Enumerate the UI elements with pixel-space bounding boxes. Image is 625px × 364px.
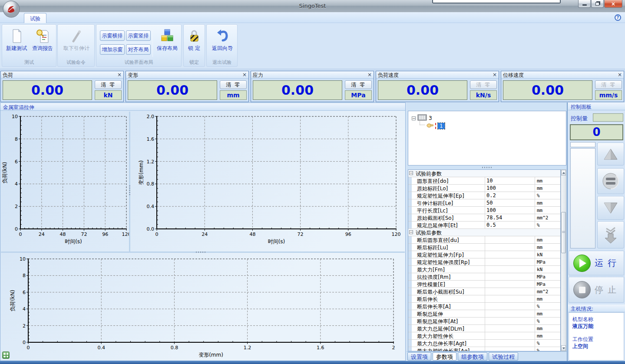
- scroll-up-icon[interactable]: [561, 170, 566, 175]
- run-button[interactable]: 运 行: [569, 251, 624, 275]
- tab-test[interactable]: 试验: [24, 13, 46, 23]
- scroll-thumb[interactable]: [561, 212, 566, 253]
- param-row[interactable]: 断后标距[Lu]mm: [408, 244, 560, 251]
- window-grid-icon[interactable]: [2, 351, 10, 359]
- scroll-down-icon[interactable]: [561, 345, 566, 351]
- bottom-tab[interactable]: 组参数项: [458, 352, 487, 361]
- app-logo-icon[interactable]: [3, 0, 20, 18]
- close-icon[interactable]: ×: [242, 72, 247, 78]
- close-icon[interactable]: ×: [493, 72, 497, 78]
- close-button[interactable]: ×: [604, 0, 622, 8]
- clear-zero-button[interactable]: 清 零: [345, 80, 372, 89]
- param-value-cell[interactable]: 78.54: [486, 215, 502, 221]
- align-layout-button[interactable]: 对齐布局: [126, 44, 151, 55]
- svg-text:1.2: 1.2: [147, 159, 155, 165]
- new-test-button[interactable]: 新建测试: [4, 27, 29, 59]
- windows-horizontal-button[interactable]: 示窗横排: [100, 30, 125, 41]
- param-row[interactable]: 规定塑性延伸率[Ep]0.2%: [408, 192, 560, 199]
- param-row[interactable]: 断后圆形直径[du]mm: [408, 236, 560, 244]
- param-row[interactable]: 最大力[Fm]kN: [408, 266, 560, 273]
- restore-button[interactable]: [591, 0, 604, 8]
- svg-text:时间(s): 时间(s): [65, 238, 82, 245]
- param-row[interactable]: 断后最小截面积[Su]mm^2: [408, 288, 560, 295]
- parameter-scrollbar[interactable]: [561, 169, 566, 351]
- param-group-row[interactable]: −试验后参数: [408, 229, 560, 236]
- jog-down-button[interactable]: [597, 196, 624, 220]
- param-row[interactable]: 规定总延伸率[Et]0.5%: [408, 222, 560, 229]
- chart-vertical-splitter[interactable]: [129, 112, 130, 251]
- param-value-cell[interactable]: 0.5: [486, 222, 496, 228]
- lock-label: 锁 定: [185, 45, 204, 52]
- param-row[interactable]: 圆形直径[do]10mm: [408, 177, 560, 185]
- save-layout-button[interactable]: 保存布局: [154, 27, 180, 59]
- param-row[interactable]: 规定塑性延伸强度[Rp]MPa: [408, 258, 560, 266]
- clear-zero-button[interactable]: 清 零: [470, 80, 497, 89]
- param-row[interactable]: 断裂总延伸率[At]%: [408, 318, 560, 325]
- clear-zero-button[interactable]: 清 零: [95, 80, 122, 89]
- collapse-icon[interactable]: −: [409, 230, 413, 234]
- param-value-cell[interactable]: 100: [486, 207, 496, 213]
- param-row[interactable]: 平行长度[Lc]100mm: [408, 207, 560, 214]
- control-quantity-input[interactable]: [593, 113, 623, 122]
- param-value-cell[interactable]: 100: [486, 185, 496, 191]
- display-title: 应力: [253, 72, 263, 78]
- jog-fast-down-button[interactable]: [597, 221, 624, 248]
- param-row[interactable]: 断后伸长率[A]%: [408, 303, 560, 310]
- close-icon[interactable]: ×: [117, 72, 122, 78]
- param-value-cell[interactable]: 0.2: [486, 192, 496, 199]
- svg-text:6: 6: [23, 290, 26, 295]
- clear-zero-button[interactable]: 清 零: [595, 80, 622, 89]
- clear-zero-button[interactable]: 清 零: [220, 80, 247, 89]
- tree-child-node[interactable]: 1: [418, 122, 445, 129]
- svg-text:负荷(kN): 负荷(kN): [2, 162, 8, 183]
- param-row[interactable]: 原始标距[Lo]100mm: [408, 185, 560, 192]
- close-icon[interactable]: ×: [367, 72, 372, 78]
- svg-text:24: 24: [39, 232, 45, 237]
- param-row[interactable]: 断裂总延伸mm: [408, 310, 560, 318]
- jog-up-button[interactable]: [597, 142, 624, 165]
- param-unit: mm^2: [537, 289, 549, 295]
- group-label-lock: 锁定: [184, 59, 205, 66]
- minimize-button[interactable]: [578, 0, 591, 8]
- param-row[interactable]: 规定塑性延伸力[Fp]kN: [408, 251, 560, 258]
- param-value-cell[interactable]: 10: [486, 178, 493, 184]
- param-row[interactable]: 最大力塑性伸长率[Ag]%: [408, 347, 560, 351]
- param-row[interactable]: 原始截面积[So]78.54mm^2: [408, 214, 560, 222]
- param-label: 规定塑性延伸率[Ep]: [417, 192, 464, 200]
- tree-collapse-icon[interactable]: −: [412, 116, 416, 120]
- help-icon[interactable]: ?: [615, 14, 621, 21]
- param-row[interactable]: 最大力总延伸[DLm]mm: [408, 325, 560, 332]
- splitter-grip[interactable]: [129, 185, 130, 196]
- bottom-tab[interactable]: 设置项: [407, 352, 431, 361]
- tree-grid-splitter[interactable]: [408, 166, 566, 169]
- query-report-button[interactable]: 查询报告: [30, 27, 55, 59]
- param-value-cell[interactable]: 50: [486, 200, 493, 206]
- speed-slider[interactable]: [570, 148, 595, 248]
- param-row[interactable]: 弹性模量[E]MPa: [408, 281, 560, 288]
- param-row[interactable]: 最大力塑性伸长mm: [408, 332, 560, 340]
- load-vs-time-chart: 0244872961200246810时间(s)负荷(kN): [1, 111, 130, 251]
- bottom-tab[interactable]: 试验过程: [489, 352, 518, 361]
- query-report-label: 查询报告: [30, 45, 55, 52]
- add-window-button[interactable]: 增加示窗: [100, 44, 125, 55]
- remove-extensometer-button[interactable]: 取下引伸计: [60, 27, 93, 59]
- windows-vertical-button[interactable]: 示窗竖排: [126, 30, 151, 41]
- jog-stop-button[interactable]: [597, 168, 624, 194]
- param-row[interactable]: 引伸计标距[Le]50mm: [408, 199, 560, 207]
- stop-button[interactable]: 停 止: [569, 277, 624, 303]
- lock-button[interactable]: 锁 定: [185, 27, 204, 59]
- collapse-icon[interactable]: −: [409, 171, 413, 175]
- display-panel-3: 负荷速度×0.00清 零kN/s: [376, 71, 499, 102]
- splitter-grip[interactable]: [196, 251, 206, 253]
- bottom-tab[interactable]: 参数项: [433, 352, 456, 361]
- close-icon[interactable]: ×: [618, 72, 622, 78]
- svg-text:96: 96: [345, 232, 351, 237]
- param-row[interactable]: 最大力总伸长率[Agt]%: [408, 340, 560, 347]
- param-unit: kN: [537, 267, 542, 272]
- tree-child-label[interactable]: 1: [438, 123, 445, 129]
- param-row[interactable]: 抗拉强度[Rm]MPa: [408, 273, 560, 281]
- selection-marker: [435, 123, 436, 129]
- param-group-row[interactable]: −试验前参数: [408, 170, 560, 177]
- param-row[interactable]: 断后伸长mm: [408, 295, 560, 303]
- return-wizard-button[interactable]: 返回向导: [209, 27, 235, 59]
